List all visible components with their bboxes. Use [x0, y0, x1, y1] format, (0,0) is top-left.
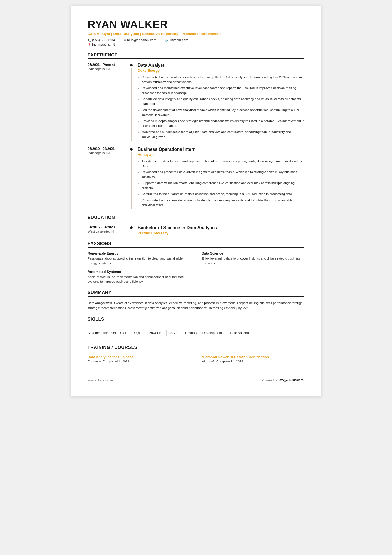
edu-dot-1 — [130, 226, 133, 229]
exp-bullet-1-3: Led the development of new analytical mo… — [138, 108, 304, 117]
training-section: TRAINING / COURSES Data Analytics for Bu… — [88, 345, 304, 363]
contact-row: (555) 555-1234 help@enhancv.com linkedin… — [88, 38, 304, 42]
exp-dot-col-1 — [129, 63, 134, 141]
exp-bullet-1-2: Conducted data integrity and quality ass… — [138, 97, 304, 107]
exp-bullet-2-0: Assisted in the development and implemen… — [138, 159, 304, 169]
edu-dates-1: 01/2016 - 01/2020 — [88, 225, 126, 229]
exp-bullet-2-1: Developed and presented data-driven insi… — [138, 170, 304, 179]
exp-company-1: Duke Energy — [138, 68, 304, 73]
skills-row: Advanced Microsoft Excel SQL Power BI SA… — [88, 327, 304, 339]
linkedin-url: linkedin.com — [170, 38, 188, 42]
phone-contact: (555) 555-1234 — [88, 38, 115, 42]
summary-section-title: SUMMARY — [88, 290, 304, 297]
passions-grid: Renewable Energy Passionate about suppor… — [88, 251, 304, 284]
location-text: Indianapolis, IN — [92, 43, 115, 46]
exp-location-1: Indianapolis, IN — [88, 67, 126, 71]
passions-section-title: PASSIONS — [88, 241, 304, 248]
skill-2: Power BI — [145, 330, 167, 336]
linkedin-icon — [165, 38, 168, 42]
skill-0: Advanced Microsoft Excel — [88, 330, 130, 336]
exp-dot-1 — [130, 64, 133, 66]
passion-title-0: Renewable Energy — [88, 251, 190, 255]
header: RYAN WALKER Data Analyst | Data Analytic… — [88, 19, 304, 46]
powered-by-text: Powered by — [262, 379, 278, 382]
skills-section: SKILLS Advanced Microsoft Excel SQL Powe… — [88, 317, 304, 339]
location-icon — [88, 43, 91, 46]
skill-5: Data Validation — [226, 330, 257, 336]
passion-item-0: Renewable Energy Passionate about suppor… — [88, 251, 190, 266]
skill-1: SQL — [130, 330, 145, 336]
summary-section: SUMMARY Data Analyst with 3 years of exp… — [88, 290, 304, 311]
enhancv-logo: Enhancv — [279, 378, 304, 383]
edu-dot-col-1 — [129, 225, 134, 235]
exp-content-1: Data Analyst Duke Energy Collaborated wi… — [134, 63, 304, 141]
email-contact: help@enhancv.com — [124, 38, 156, 42]
exp-bullet-2-3: Contributed to the automation of data co… — [138, 192, 304, 196]
training-title-1: Microsoft Power BI Desktop Certification — [202, 355, 304, 359]
exp-bullet-2-2: Supported data validation efforts, ensur… — [138, 181, 304, 191]
exp-line-1 — [131, 68, 132, 141]
footer: www.enhancv.com Powered by Enhancv — [88, 374, 304, 383]
exp-bullet-1-5: Mentored and supervised a team of junior… — [138, 130, 304, 139]
passions-section: PASSIONS Renewable Energy Passionate abo… — [88, 241, 304, 284]
education-section: EDUCATION 01/2016 - 01/2020 West Lafayet… — [88, 215, 304, 235]
training-grid: Data Analytics for Business Coursera, Co… — [88, 355, 304, 363]
edu-content-1: Bachelor of Science in Data Analytics Pu… — [134, 225, 304, 235]
education-section-title: EDUCATION — [88, 215, 304, 221]
edu-degree-1: Bachelor of Science in Data Analytics — [138, 225, 304, 230]
exp-date-col-1: 05/2021 - Present Indianapolis, IN — [88, 63, 129, 141]
candidate-title: Data Analyst | Data Analytics | Executiv… — [88, 32, 304, 36]
skill-4: Dashboard Development — [181, 330, 226, 336]
exp-dates-1: 05/2021 - Present — [88, 63, 126, 67]
skill-3: SAP — [167, 330, 181, 336]
training-section-title: TRAINING / COURSES — [88, 345, 304, 351]
exp-date-col-2: 06/2019 - 04/2021 Indianapolis, IN — [88, 147, 129, 209]
exp-bullet-2-4: Collaborated with various departments to… — [138, 198, 304, 208]
linkedin-contact: linkedin.com — [165, 38, 188, 42]
exp-bullets-2: Assisted in the development and implemen… — [138, 159, 304, 208]
location-row: Indianapolis, IN — [88, 43, 304, 46]
exp-bullet-1-1: Developed and maintained executive-level… — [138, 86, 304, 95]
summary-text: Data Analyst with 3 years of experience … — [88, 300, 304, 311]
exp-bullets-1: Collaborated with cross-functional teams… — [138, 75, 304, 139]
exp-role-2: Business Operations Intern — [138, 147, 304, 152]
enhancv-brand-name: Enhancv — [289, 378, 304, 382]
experience-item-1: 05/2021 - Present Indianapolis, IN Data … — [88, 63, 304, 141]
passion-desc-1: Enjoy leveraging data to uncover insight… — [202, 256, 304, 266]
exp-dates-2: 06/2019 - 04/2021 — [88, 147, 126, 151]
experience-section: EXPERIENCE 05/2021 - Present Indianapoli… — [88, 53, 304, 209]
enhancv-logo-icon — [279, 378, 288, 383]
phone-number: (555) 555-1234 — [92, 38, 115, 42]
exp-line-2 — [131, 152, 132, 209]
experience-item-2: 06/2019 - 04/2021 Indianapolis, IN Busin… — [88, 147, 304, 209]
footer-powered: Powered by Enhancv — [262, 378, 304, 383]
training-sub-0: Coursera, Completed in 2021 — [88, 360, 190, 363]
training-item-1: Microsoft Power BI Desktop Certification… — [202, 355, 304, 363]
resume-page: RYAN WALKER Data Analyst | Data Analytic… — [71, 6, 321, 396]
passion-item-1: Data Science Enjoy leveraging data to un… — [202, 251, 304, 266]
edu-school-1: Purdue University — [138, 231, 304, 235]
email-icon — [124, 38, 126, 42]
phone-icon — [88, 38, 91, 42]
footer-url: www.enhancv.com — [88, 379, 113, 382]
exp-role-1: Data Analyst — [138, 63, 304, 68]
edu-location-1: West Lafayette, IN — [88, 230, 126, 233]
training-item-0: Data Analytics for Business Coursera, Co… — [88, 355, 190, 363]
exp-dot-2 — [130, 148, 133, 151]
passion-desc-0: Passionate about supporting the transiti… — [88, 256, 190, 266]
training-sub-1: Microsoft, Completed in 2022 — [202, 360, 304, 363]
exp-company-2: Honeywell — [138, 152, 304, 157]
exp-location-2: Indianapolis, IN — [88, 151, 126, 155]
education-item-1: 01/2016 - 01/2020 West Lafayette, IN Bac… — [88, 225, 304, 235]
candidate-name: RYAN WALKER — [88, 19, 304, 31]
passion-desc-2: Keen interest in the implementation and … — [88, 275, 190, 284]
skills-section-title: SKILLS — [88, 317, 304, 323]
training-title-0: Data Analytics for Business — [88, 355, 190, 359]
email-address: help@enhancv.com — [127, 38, 156, 42]
exp-bullet-1-4: Provided in-depth analysis and strategic… — [138, 119, 304, 129]
exp-bullet-1-0: Collaborated with cross-functional teams… — [138, 75, 304, 85]
exp-dot-col-2 — [129, 147, 134, 209]
passion-title-2: Automated Systems — [88, 270, 190, 274]
passion-title-1: Data Science — [202, 251, 304, 255]
experience-section-title: EXPERIENCE — [88, 53, 304, 59]
